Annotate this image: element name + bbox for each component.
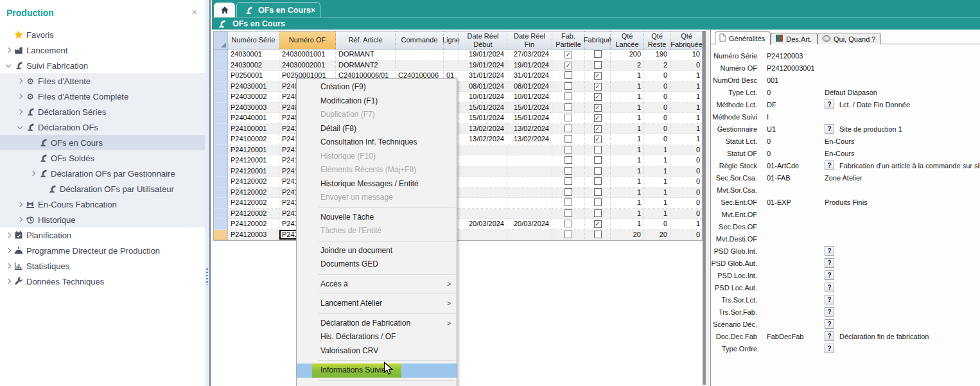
cell-fabrique[interactable]: ✓ (585, 113, 611, 124)
help-button[interactable]: ? (825, 319, 834, 329)
cell-numero-serie[interactable]: P24120001 (228, 166, 279, 177)
cell-numero-serie[interactable]: P24120002 (228, 219, 279, 230)
checkbox-checked[interactable]: ✓ (564, 62, 572, 69)
expander-chevron-icon[interactable] (4, 249, 13, 252)
cell-fab-partielle[interactable] (552, 166, 585, 177)
menu-item-documents-ged[interactable]: Documents GED (297, 258, 457, 272)
row-header-cell[interactable] (214, 188, 228, 198)
cell-fab-partielle[interactable] (552, 71, 585, 82)
cell-date-reel-fin[interactable] (507, 166, 552, 177)
cell-numero-serie[interactable]: 24030002 (228, 60, 279, 71)
cell-qte-fabriquee[interactable]: 1 (670, 71, 703, 82)
cell-commande[interactable] (396, 49, 444, 60)
cell-qte-lancee[interactable]: 1 (611, 113, 644, 124)
cell-date-reel-debut[interactable] (459, 198, 507, 209)
cell-fab-partielle[interactable] (552, 113, 585, 124)
checkbox-unchecked[interactable] (564, 92, 572, 100)
cell-qte-fabriquee[interactable]: 0 (670, 166, 703, 177)
menu-item-informations-suivie[interactable]: Informations Suivie (297, 364, 457, 378)
cell-fab-partielle[interactable] (552, 209, 585, 220)
cell-fab-partielle[interactable]: ✓ (552, 60, 585, 71)
checkbox-checked[interactable]: ✓ (564, 51, 572, 58)
cell-numero-serie[interactable]: P24030003 (228, 103, 279, 114)
menu-item-lancement-atelier[interactable]: Lancement Atelier> (297, 297, 457, 311)
cell-qte-fabriquee[interactable]: 0 (670, 230, 703, 241)
checkbox-unchecked[interactable] (564, 156, 572, 164)
checkbox-unchecked[interactable] (594, 50, 602, 58)
checkbox-unchecked[interactable] (564, 177, 572, 185)
cell-fab-partielle[interactable] (552, 134, 585, 145)
cell-numero-serie[interactable]: P24120002 (228, 198, 279, 209)
cell-fabrique[interactable] (585, 230, 611, 241)
column-header-qte-fabriquee[interactable]: Qté Fabriquée (670, 31, 703, 49)
checkbox-checked[interactable]: ✓ (594, 114, 602, 122)
cell-numero-serie[interactable]: P24120002 (228, 209, 279, 220)
cell-fabrique[interactable] (585, 60, 611, 71)
checkbox-checked[interactable]: ✓ (594, 220, 602, 228)
cell-fabrique[interactable]: ✓ (585, 103, 611, 114)
sidebar-item-en-cours-fabrication[interactable]: En-Cours Fabrication (0, 197, 205, 212)
sidebar-item-programme-directeur-de-production[interactable]: Programme Directeur de Production (0, 243, 205, 258)
cell-numero-of[interactable]: 24030001001 (279, 49, 336, 60)
checkbox-unchecked[interactable] (564, 125, 572, 132)
cell-date-reel-fin[interactable]: 15/01/2024 (507, 103, 552, 114)
help-button[interactable]: ? (825, 307, 834, 317)
cell-numero-serie[interactable]: P24030002 (228, 92, 279, 103)
cell-date-reel-debut[interactable] (459, 177, 507, 188)
column-header-date-reel-fin[interactable]: Date Réel Fin (507, 31, 552, 49)
row-header-cell[interactable] (214, 230, 228, 241)
row-header-cell[interactable] (214, 219, 228, 230)
checkbox-unchecked[interactable] (564, 146, 572, 154)
help-button[interactable]: ? (825, 283, 834, 292)
cell-numero-serie[interactable]: P24120001 (228, 145, 279, 156)
cell-date-reel-fin[interactable]: 19/01/2024 (507, 60, 552, 71)
cell-qte-lancee[interactable]: 1 (611, 219, 644, 230)
cell-date-reel-fin[interactable]: 31/01/2024 (507, 71, 552, 82)
column-header-fabrique[interactable]: Fabriqué (585, 31, 611, 49)
cell-qte-fabriquee[interactable]: 1 (670, 219, 703, 230)
cell-date-reel-fin[interactable] (507, 188, 552, 198)
cell-fabrique[interactable] (585, 145, 611, 156)
checkbox-checked[interactable]: ✓ (594, 83, 602, 91)
cell-ref-article[interactable]: DORMANT (336, 49, 396, 60)
help-button[interactable]: ? (825, 295, 834, 304)
menu-item-creation-f9[interactable]: Création (F9) (297, 80, 457, 94)
cell-fab-partielle[interactable] (552, 82, 585, 92)
cell-qte-lancee[interactable]: 1 (611, 145, 644, 156)
expander-chevron-icon[interactable] (4, 234, 13, 237)
cell-qte-reste[interactable]: 190 (644, 49, 670, 60)
expander-chevron-icon[interactable] (15, 80, 24, 83)
cell-qte-fabriquee[interactable]: 1 (670, 134, 703, 145)
cell-qte-reste[interactable]: 0 (644, 103, 670, 114)
checkbox-unchecked[interactable] (564, 209, 572, 217)
cell-numero-serie[interactable]: P24120002 (228, 188, 279, 198)
cell-qte-reste[interactable]: 0 (644, 124, 670, 135)
row-header-cell[interactable] (214, 92, 228, 103)
checkbox-checked[interactable]: ✓ (594, 93, 602, 101)
cell-date-reel-debut[interactable]: 13/02/2024 (459, 124, 507, 135)
column-header-fab-partielle[interactable]: Fab. Partielle (552, 31, 585, 49)
cell-date-reel-fin[interactable] (507, 145, 552, 156)
menu-item-modification-f1[interactable]: Modification (F1) (297, 94, 457, 109)
cell-qte-lancee[interactable]: 1 (611, 103, 644, 114)
cell-qte-lancee[interactable]: 1 (611, 177, 644, 188)
checkbox-unchecked[interactable] (594, 188, 602, 196)
cell-qte-fabriquee[interactable]: 1 (670, 113, 703, 124)
cell-numero-serie[interactable]: P24100002 (228, 134, 279, 145)
expander-chevron-icon[interactable] (15, 218, 24, 222)
cell-numero-serie[interactable]: P24120002 (228, 177, 279, 188)
row-header-cell[interactable] (214, 155, 228, 166)
cell-fabrique[interactable] (585, 198, 611, 209)
cell-date-reel-debut[interactable] (459, 145, 507, 156)
table-corner-cell[interactable] (214, 31, 228, 49)
checkbox-unchecked[interactable] (594, 61, 602, 69)
expander-chevron-icon[interactable] (15, 203, 24, 206)
cell-ligne[interactable] (444, 60, 459, 71)
checkbox-unchecked[interactable] (564, 103, 572, 111)
expander-chevron-icon[interactable] (15, 127, 24, 128)
checkbox-checked[interactable]: ✓ (594, 125, 602, 133)
cell-date-reel-fin[interactable]: 10/01/2024 (507, 92, 552, 103)
menu-item-nouvelle-tache[interactable]: Nouvelle Tâche (297, 211, 457, 225)
cell-numero-serie[interactable]: P24030001 (228, 82, 279, 92)
cell-fabrique[interactable] (585, 166, 611, 177)
